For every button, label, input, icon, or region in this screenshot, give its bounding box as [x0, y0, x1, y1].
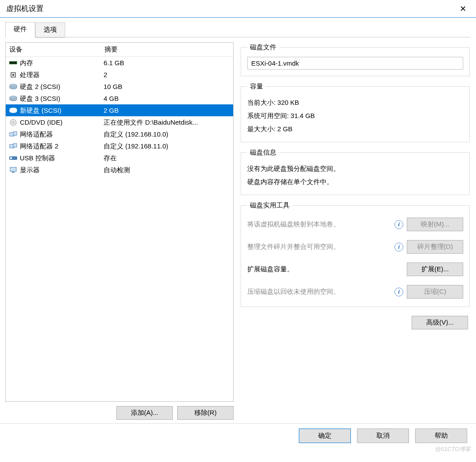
device-row[interactable]: USB 控制器 存在 [6, 152, 233, 164]
svg-rect-13 [13, 132, 17, 135]
capacity-available: 系统可用空间: 31.4 GB [247, 109, 463, 122]
device-row[interactable]: 网络适配器 自定义 (192.168.10.0) [6, 128, 233, 140]
device-row[interactable]: 硬盘 2 (SCSI) 10 GB [6, 81, 233, 92]
svg-rect-3 [13, 62, 15, 64]
device-summary: 自定义 (192.168.10.0) [104, 128, 233, 140]
util-map-desc: 将该虚拟机磁盘映射到本地卷。 [247, 220, 391, 229]
title-bar: 虚拟机设置 ✕ [0, 0, 476, 18]
display-icon [8, 166, 18, 174]
capacity-group: 容量 当前大小: 320 KB 系统可用空间: 31.4 GB 最大大小: 2 … [241, 82, 470, 142]
info-icon[interactable]: i [394, 220, 403, 229]
left-pane: 设备 摘要 内存 6.1 GB 处理器 2 硬盘 2 (SCSI) 10 GB … [5, 42, 234, 420]
svg-rect-15 [13, 144, 17, 147]
tab-strip: 硬件 选项 [0, 18, 476, 37]
device-name: 内存 [20, 57, 33, 69]
svg-rect-19 [12, 172, 15, 173]
watermark: @51CTO博客 [435, 445, 471, 453]
advanced-row: 高级(V)... [240, 313, 471, 329]
dialog-body: 设备 摘要 内存 6.1 GB 处理器 2 硬盘 2 (SCSI) 10 GB … [0, 38, 476, 423]
cd-icon [8, 118, 18, 126]
net-icon [8, 130, 18, 138]
util-compact-desc: 压缩磁盘以回收未使用的空间。 [247, 288, 391, 296]
remove-button[interactable]: 移除(R) [177, 406, 234, 420]
util-defrag-desc: 整理文件碎片并整合可用空间。 [247, 243, 391, 251]
device-row[interactable]: 新硬盘 (SCSI) 2 GB [6, 104, 233, 116]
cancel-button[interactable]: 取消 [357, 429, 409, 443]
add-button[interactable]: 添加(A)... [116, 406, 173, 420]
capacity-max: 最大大小: 2 GB [247, 122, 463, 136]
tab-hardware[interactable]: 硬件 [5, 22, 35, 37]
ok-button[interactable]: 确定 [299, 429, 351, 443]
svg-rect-2 [11, 62, 13, 64]
info-icon[interactable]: i [394, 288, 403, 296]
util-expand-desc: 扩展磁盘容量。 [247, 265, 391, 274]
util-defrag-row: 整理文件碎片并整合可用空间。 i 碎片整理(D) [247, 240, 463, 254]
device-summary: 自定义 (192.168.11.0) [104, 140, 233, 152]
device-row[interactable]: 显示器 自动检测 [6, 164, 233, 176]
tab-options[interactable]: 选项 [35, 22, 65, 38]
device-row[interactable]: 内存 6.1 GB [6, 57, 233, 69]
util-map-row: 将该虚拟机磁盘映射到本地卷。 i 映射(M)... [247, 218, 463, 231]
disk-info-line2: 硬盘内容存储在单个文件中。 [247, 175, 463, 188]
svg-rect-17 [10, 157, 12, 159]
disk-utils-group: 磁盘实用工具 将该虚拟机磁盘映射到本地卷。 i 映射(M)... 整理文件碎片并… [241, 201, 470, 307]
device-name: 新硬盘 (SCSI) [20, 104, 61, 116]
disk-icon [8, 83, 18, 91]
svg-rect-6 [12, 74, 14, 76]
disk-info-line1: 没有为此硬盘预分配磁盘空间。 [247, 162, 463, 175]
advanced-button[interactable]: 高级(V)... [412, 316, 468, 329]
info-icon[interactable]: i [394, 243, 403, 251]
help-button[interactable]: 帮助 [415, 429, 467, 443]
disk-file-field[interactable]: ESXi-04-1.vmdk [247, 57, 463, 70]
col-device[interactable]: 设备 [9, 45, 104, 54]
right-pane: 磁盘文件 ESXi-04-1.vmdk 容量 当前大小: 320 KB 系统可用… [240, 42, 471, 420]
capacity-legend: 容量 [247, 82, 266, 91]
window-title: 虚拟机设置 [6, 4, 454, 14]
svg-point-11 [12, 122, 14, 123]
disk-icon [8, 95, 18, 103]
dialog-footer: 确定 取消 帮助 [0, 423, 476, 448]
device-summary: 正在使用文件 D:\BaiduNetdisk... [104, 116, 233, 128]
cpu-icon [8, 71, 18, 79]
svg-rect-4 [15, 62, 16, 64]
device-name: USB 控制器 [20, 152, 55, 164]
close-button[interactable]: ✕ [454, 2, 472, 15]
map-button[interactable]: 映射(M)... [407, 218, 463, 231]
device-summary: 2 GB [104, 104, 233, 116]
util-expand-row: 扩展磁盘容量。 扩展(E)... [247, 262, 463, 276]
disk-file-legend: 磁盘文件 [247, 43, 279, 52]
device-name: 处理器 [20, 69, 40, 81]
device-summary: 存在 [104, 152, 233, 164]
device-row[interactable]: 处理器 2 [6, 69, 233, 81]
device-name: 显示器 [20, 164, 40, 176]
device-summary: 2 [104, 69, 233, 81]
disk-info-group: 磁盘信息 没有为此硬盘预分配磁盘空间。 硬盘内容存储在单个文件中。 [241, 148, 470, 195]
col-summary[interactable]: 摘要 [104, 45, 233, 54]
net-icon [8, 142, 18, 150]
device-list-header: 设备 摘要 [6, 43, 233, 57]
device-list[interactable]: 设备 摘要 内存 6.1 GB 处理器 2 硬盘 2 (SCSI) 10 GB … [5, 42, 234, 402]
svg-rect-1 [10, 62, 11, 64]
memory-icon [8, 59, 18, 67]
device-summary: 6.1 GB [104, 57, 233, 69]
defrag-button[interactable]: 碎片整理(D) [407, 240, 463, 254]
device-name: 硬盘 3 (SCSI) [20, 92, 60, 104]
device-row[interactable]: CD/DVD (IDE) 正在使用文件 D:\BaiduNetdisk... [6, 116, 233, 128]
expand-button[interactable]: 扩展(E)... [407, 262, 463, 276]
device-name: 硬盘 2 (SCSI) [20, 81, 60, 92]
usb-icon [8, 154, 18, 162]
disk-info-legend: 磁盘信息 [247, 148, 279, 157]
device-name: CD/DVD (IDE) [20, 116, 63, 128]
capacity-current: 当前大小: 320 KB [247, 96, 463, 109]
disk-file-group: 磁盘文件 ESXi-04-1.vmdk [241, 43, 470, 76]
util-compact-row: 压缩磁盘以回收未使用的空间。 i 压缩(C) [247, 285, 463, 299]
device-summary: 4 GB [104, 92, 233, 104]
device-row[interactable]: 网络适配器 2 自定义 (192.168.11.0) [6, 140, 233, 152]
device-summary: 10 GB [104, 81, 233, 92]
device-row[interactable]: 硬盘 3 (SCSI) 4 GB [6, 92, 233, 104]
compact-button[interactable]: 压缩(C) [407, 285, 463, 299]
svg-rect-18 [10, 167, 16, 171]
disk-utils-legend: 磁盘实用工具 [247, 201, 292, 210]
close-icon: ✕ [460, 4, 466, 14]
disk-b-icon [8, 107, 18, 115]
